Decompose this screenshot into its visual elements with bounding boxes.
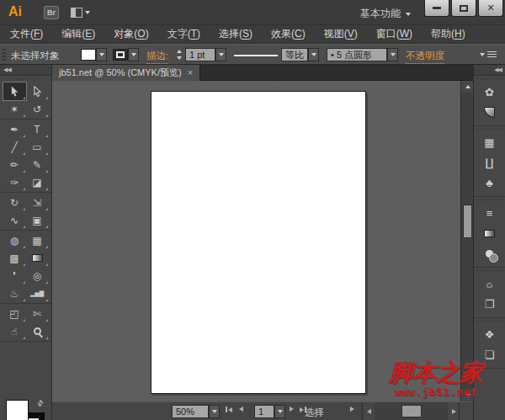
stroke-profile-dropdown[interactable] <box>308 48 319 61</box>
line-segment-tool[interactable]: ╱ <box>3 138 26 156</box>
paintbrush-tool[interactable]: ✏ <box>3 156 26 173</box>
menu-file[interactable]: 文件(F) <box>10 27 43 41</box>
stroke-width-field[interactable]: 1 pt <box>185 48 215 61</box>
stroke-panel-link[interactable]: 描边: <box>146 50 168 64</box>
brushes-panel-button[interactable]: ∐ <box>477 153 502 172</box>
width-tool-icon: ∿ <box>10 215 19 226</box>
first-artboard-button[interactable] <box>226 407 232 412</box>
control-panel-menu-button[interactable] <box>480 51 497 58</box>
scroll-right-button[interactable] <box>448 402 460 420</box>
shape-builder-tool[interactable]: ◍ <box>3 231 26 249</box>
minimize-button[interactable] <box>424 0 449 17</box>
scale-tool[interactable]: ⇲ <box>26 194 49 211</box>
slice-tool[interactable]: ✄ <box>26 305 49 322</box>
fill-color-swatch[interactable] <box>81 49 96 61</box>
vertical-scrollbar-thumb[interactable] <box>463 205 472 238</box>
lasso-tool-icon: ↺ <box>33 104 41 114</box>
menu-effect[interactable]: 效果(C) <box>271 27 306 41</box>
scroll-left-button[interactable] <box>363 402 375 420</box>
blend-tool[interactable]: ◎ <box>26 267 49 284</box>
eraser-tool-icon: ◪ <box>32 178 41 188</box>
close-button[interactable]: ✕ <box>478 0 503 17</box>
arrange-documents-button[interactable] <box>71 6 93 19</box>
menu-edit[interactable]: 编辑(E) <box>61 27 95 41</box>
workspace-switcher[interactable]: 基本功能 <box>360 7 411 21</box>
menu-help[interactable]: 帮助(H) <box>431 27 465 41</box>
color-guide-panel-icon <box>484 107 495 118</box>
type-tool[interactable]: T <box>26 120 49 138</box>
document-tab[interactable]: jb51.net @ 50% (CMYK/预览) × <box>52 65 200 81</box>
artboard-number-field[interactable]: 1 <box>254 405 274 418</box>
tab-close-icon[interactable]: × <box>188 68 193 77</box>
maximize-button[interactable] <box>451 0 476 17</box>
brush-definition-field[interactable]: • 5 点圆形 <box>327 48 387 61</box>
next-artboard-button[interactable] <box>290 407 294 412</box>
free-transform-tool[interactable]: ▣ <box>26 211 49 229</box>
layers-panel-button[interactable]: ❖ <box>477 325 502 343</box>
artboard-number-dropdown[interactable] <box>274 405 285 418</box>
artboard-tool[interactable]: ◰ <box>3 305 26 322</box>
menu-window[interactable]: 窗口(W) <box>376 27 412 41</box>
horizontal-scrollbar-thumb[interactable] <box>401 405 422 417</box>
symbol-sprayer-tool[interactable]: ♨ <box>3 284 26 302</box>
perspective-grid-tool[interactable]: ▦ <box>26 231 49 249</box>
tools-panel-header[interactable]: ◀◀ <box>0 65 51 76</box>
rectangle-tool[interactable]: ▭ <box>26 138 49 156</box>
stroke-width-stepper[interactable] <box>175 48 183 61</box>
blob-brush-tool[interactable]: ✑ <box>3 173 26 191</box>
magic-wand-tool[interactable]: ✶ <box>3 100 26 118</box>
gradient-panel-button[interactable] <box>477 224 502 242</box>
menu-type[interactable]: 文字(T) <box>167 27 200 41</box>
stroke-panel-button[interactable]: ≡ <box>477 204 502 222</box>
hand-tool[interactable]: ☝ <box>3 322 26 340</box>
direct-selection-tool[interactable] <box>26 82 49 100</box>
dock-header[interactable]: ◀◀ <box>474 65 505 76</box>
direct-selection-tool-icon <box>33 86 42 97</box>
mesh-tool[interactable]: ▩ <box>3 249 26 267</box>
previous-artboard-button[interactable] <box>239 407 243 412</box>
swatches-panel-button[interactable]: ▦ <box>477 133 502 152</box>
horizontal-scrollbar[interactable] <box>362 402 459 420</box>
zoom-level-dropdown[interactable] <box>209 405 220 418</box>
pen-tool[interactable]: ✒ <box>3 120 26 138</box>
menu-select[interactable]: 选择(S) <box>219 27 252 41</box>
selection-tool[interactable] <box>3 82 26 100</box>
opacity-panel-link[interactable]: 不透明度 <box>406 50 444 64</box>
workspace-label: 基本功能 <box>360 7 401 21</box>
eraser-tool[interactable]: ◪ <box>26 173 49 191</box>
bridge-button[interactable]: Br <box>44 6 59 19</box>
canvas[interactable] <box>52 81 460 401</box>
symbols-panel-button[interactable]: ♣ <box>477 173 502 192</box>
stroke-profile-field[interactable]: 等比 <box>281 48 308 61</box>
artboard[interactable] <box>151 91 366 394</box>
tool-group: ✒T╱▭✏✎✑◪ <box>0 120 51 193</box>
hand-tool-icon: ☝ <box>11 327 17 337</box>
stroke-width-dropdown[interactable] <box>215 48 226 61</box>
color-guide-panel-button[interactable] <box>477 103 502 121</box>
brush-definition-dropdown[interactable] <box>387 48 398 61</box>
fill-swatch[interactable] <box>6 400 29 420</box>
width-tool[interactable]: ∿ <box>3 211 26 229</box>
column-graph-tool[interactable]: ▂▅▇ <box>26 284 49 302</box>
status-menu-button[interactable] <box>350 407 354 412</box>
vertical-scrollbar[interactable] <box>460 81 473 401</box>
menu-object[interactable]: 对象(O) <box>114 27 148 41</box>
zoom-tool[interactable] <box>26 322 49 340</box>
stroke-color-dropdown[interactable] <box>128 48 139 61</box>
stroke-color-swatch[interactable] <box>113 49 128 61</box>
appearance-panel-button[interactable]: ☼ <box>477 274 502 293</box>
zoom-level-field[interactable]: 50% <box>172 405 209 418</box>
lasso-tool[interactable]: ↺ <box>26 100 49 118</box>
fill-color-dropdown[interactable] <box>96 48 107 61</box>
scroll-up-button[interactable] <box>461 81 474 93</box>
panel-group: ▦∐♣ <box>474 128 505 197</box>
graphic-styles-panel-button[interactable]: ❐ <box>477 295 502 313</box>
menu-view[interactable]: 视图(V) <box>324 27 358 41</box>
color-panel-button[interactable]: ✿ <box>477 82 502 101</box>
swap-fill-stroke-icon[interactable]: ⇄ <box>35 398 45 408</box>
gradient-tool[interactable] <box>26 249 49 267</box>
rotate-tool[interactable]: ↻ <box>3 194 26 211</box>
eyedropper-tool[interactable]: ❜ <box>3 267 26 284</box>
pencil-tool[interactable]: ✎ <box>26 156 49 173</box>
transparency-panel-button[interactable] <box>477 244 502 263</box>
